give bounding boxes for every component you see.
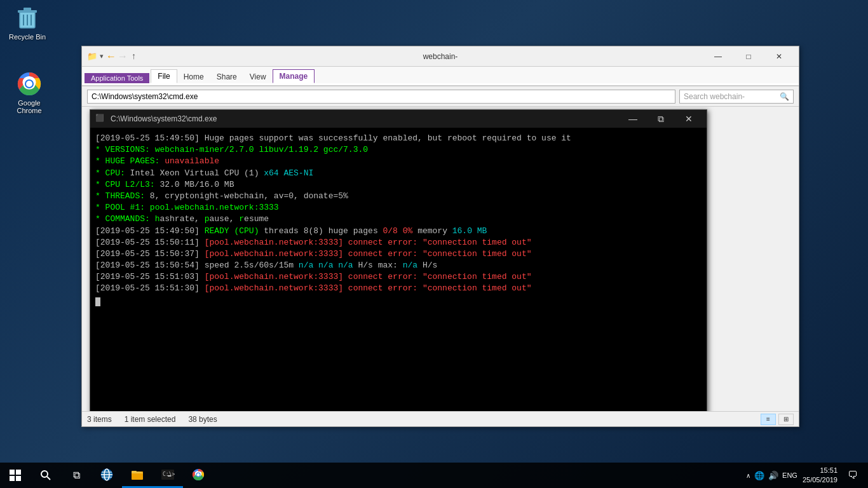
svg-rect-22 — [132, 471, 137, 473]
file-explorer-titlebar: 📁 ▾ ← → ↑ webchain- — □ ✕ — [82, 46, 799, 67]
svg-point-14 — [41, 471, 48, 477]
cmd-line-10: [2019-05-25 15:50:11] [pool.webchain.net… — [95, 237, 702, 248]
cmd-line-8: * COMMANDS: hashrate, pause, resume — [95, 214, 702, 225]
file-main-area: ⬛ C:\Windows\system32\cmd.exe — ⧉ ✕ [201… — [82, 107, 799, 411]
time-display: 15:51 — [803, 466, 837, 475]
selection-info: 1 item selected — [125, 415, 176, 424]
cmd-icon: ⬛ — [95, 114, 105, 124]
cmd-line-6: * THREADS: 8, cryptonight-webchain, av=0… — [95, 191, 702, 202]
cmd-controls: — ⧉ ✕ — [620, 110, 702, 128]
svg-rect-10 — [10, 470, 15, 475]
minimize-btn[interactable]: — — [703, 46, 733, 67]
lang-label: ENG — [782, 471, 797, 479]
clock[interactable]: 15:51 25/05/2019 — [803, 466, 837, 485]
app-tools-tab[interactable]: Application Tools — [85, 73, 149, 83]
address-input[interactable] — [87, 90, 675, 104]
taskbar-apps: C:\> — [92, 463, 741, 488]
items-count: 3 items — [87, 415, 112, 424]
cmd-line-2: * VERSIONS: webchain-miner/2.7.0 libuv/1… — [95, 144, 702, 156]
view-toggle: ≡ ⊞ — [761, 414, 794, 425]
title-bar-left: 📁 ▾ — [87, 51, 104, 62]
file-explorer-window: 📁 ▾ ← → ↑ webchain- — □ ✕ Application To… — [81, 46, 799, 427]
cmd-line-13: [2019-05-25 15:51:03] [pool.webchain.net… — [95, 271, 702, 283]
window-controls: — □ ✕ — [703, 46, 794, 67]
file-tab[interactable]: File — [151, 69, 177, 83]
view-tab[interactable]: View — [243, 71, 273, 83]
cmd-line-4: * CPU: Intel Xeon Virtual CPU (1) x64 AE… — [95, 168, 702, 179]
ribbon: Application Tools File Home Share View M… — [82, 67, 799, 86]
back-btn[interactable]: ← — [106, 51, 116, 62]
quick-access-btn[interactable]: ▾ — [100, 52, 104, 60]
cmd-title-bar: ⬛ C:\Windows\system32\cmd.exe — ⧉ ✕ — [90, 110, 707, 128]
cmd-line-9: [2019-05-25 15:49:50] READY (CPU) thread… — [95, 226, 702, 237]
file-size: 38 bytes — [188, 415, 217, 424]
tray-icons: ∧ 🌐 🔊 ENG — [746, 471, 797, 480]
google-chrome-icon[interactable]: Google Chrome — [4, 69, 55, 117]
recycle-bin-image — [15, 5, 40, 30]
search-placeholder: Search webchain- — [684, 92, 780, 101]
svg-rect-13 — [16, 476, 21, 481]
notification-btn[interactable]: 🗨 — [843, 463, 863, 488]
status-bar: 3 items 1 item selected 38 bytes ≡ ⊞ — [82, 411, 799, 426]
explorer-taskbar[interactable] — [122, 463, 153, 488]
manage-tab[interactable]: Manage — [273, 69, 315, 83]
details-view-btn[interactable]: ≡ — [761, 414, 776, 425]
ie-taskbar[interactable] — [92, 463, 122, 488]
search-icon: 🔍 — [780, 92, 789, 101]
svg-rect-2 — [24, 8, 31, 11]
network-icon: 🌐 — [754, 471, 764, 480]
chrome-label: Google Chrome — [6, 99, 52, 114]
svg-rect-11 — [16, 470, 21, 475]
home-tab[interactable]: Home — [177, 71, 210, 83]
svg-rect-12 — [10, 476, 15, 481]
taskbar-search-btn[interactable] — [31, 463, 61, 488]
recycle-bin-label: Recycle Bin — [9, 33, 46, 41]
up-btn[interactable]: ↑ — [132, 51, 136, 62]
cmd-minimize[interactable]: — — [620, 110, 646, 128]
cmd-taskbar[interactable]: C:\> — [153, 463, 183, 488]
taskbar: ⧉ C:\> — [0, 463, 868, 488]
volume-icon: 🔊 — [768, 471, 778, 480]
recycle-bin-icon[interactable]: Recycle Bin — [2, 3, 53, 43]
cmd-line-3: * HUGE PAGES: unavailable — [95, 156, 702, 167]
system-tray: ∧ 🌐 🔊 ENG 15:51 25/05/2019 🗨 — [741, 463, 868, 488]
explorer-title: webchain- — [423, 52, 458, 61]
svg-rect-25 — [168, 475, 171, 477]
date-display: 25/05/2019 — [803, 475, 837, 485]
svg-point-9 — [26, 81, 32, 87]
address-bar: Search webchain- 🔍 — [82, 86, 799, 107]
cmd-line-5: * CPU L2/L3: 32.0 MB/16.0 MB — [95, 179, 702, 191]
cmd-line-12: [2019-05-25 15:50:54] speed 2.5s/60s/15m… — [95, 260, 702, 271]
task-view-btn[interactable]: ⧉ — [61, 463, 92, 488]
search-box[interactable]: Search webchain- 🔍 — [679, 90, 794, 104]
cmd-line-11: [2019-05-25 15:50:37] [pool.webchain.net… — [95, 248, 702, 260]
tray-chevron[interactable]: ∧ — [746, 472, 750, 479]
svg-line-15 — [47, 477, 50, 480]
chrome-image — [17, 71, 42, 97]
cmd-cursor-line — [95, 295, 702, 306]
cmd-title: C:\Windows\system32\cmd.exe — [111, 114, 615, 123]
svg-point-29 — [197, 473, 200, 476]
large-icons-btn[interactable]: ⊞ — [778, 414, 794, 425]
cmd-output[interactable]: [2019-05-25 15:49:50] Huge pages support… — [90, 128, 707, 411]
start-button[interactable] — [0, 463, 31, 488]
close-btn[interactable]: ✕ — [764, 46, 794, 67]
chrome-taskbar[interactable] — [183, 463, 214, 488]
cmd-restore[interactable]: ⧉ — [648, 110, 674, 128]
cmd-close[interactable]: ✕ — [676, 110, 702, 128]
folder-icon: 📁 — [87, 51, 97, 62]
share-tab[interactable]: Share — [210, 71, 243, 83]
forward-btn[interactable]: → — [118, 51, 128, 62]
cmd-line-14: [2019-05-25 15:51:30] [pool.webchain.net… — [95, 283, 702, 294]
cmd-line-7: * POOL #1: pool.webchain.network:3333 — [95, 202, 702, 214]
maximize-btn[interactable]: □ — [734, 46, 763, 67]
cmd-line-1: [2019-05-25 15:49:50] Huge pages support… — [95, 133, 702, 144]
cmd-window: ⬛ C:\Windows\system32\cmd.exe — ⧉ ✕ [201… — [90, 109, 707, 411]
